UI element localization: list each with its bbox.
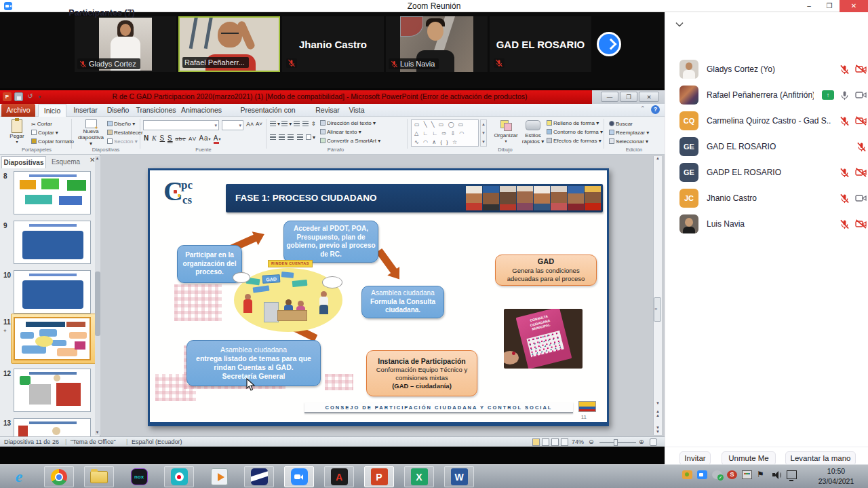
- align-icons[interactable]: ▾: [270, 134, 315, 140]
- collapse-ribbon-icon[interactable]: ⌃: [640, 105, 646, 112]
- zoom-out-icon[interactable]: ⊖: [589, 438, 594, 445]
- tray-screenrec-icon[interactable]: S: [727, 470, 737, 479]
- format-painter-button[interactable]: Copiar formato: [31, 138, 74, 145]
- tray-updates-icon[interactable]: ✓: [712, 470, 722, 479]
- font-style-buttons[interactable]: N K S S abc AV Aa▾ A▾: [144, 134, 222, 142]
- slide-scroll-thumb[interactable]: ≡: [654, 297, 661, 322]
- taskbar-acrobat-icon[interactable]: A: [324, 466, 354, 487]
- zoom-slider-thumb[interactable]: [614, 439, 618, 446]
- font-name-select[interactable]: ▾: [143, 120, 219, 130]
- scroll-down-icon[interactable]: ▼: [94, 430, 100, 434]
- ppt-restore-icon[interactable]: [620, 92, 637, 102]
- unmute-me-button[interactable]: Unmute Me: [722, 451, 776, 466]
- tab-diseno[interactable]: Diseño: [103, 104, 133, 117]
- shape-fill-button[interactable]: Relleno de forma ▾: [547, 120, 599, 126]
- ppt-minimize-icon[interactable]: [601, 92, 618, 102]
- replace-button[interactable]: Reemplazar ▾: [609, 130, 649, 136]
- tray-printer-icon[interactable]: [742, 470, 752, 479]
- paste-button[interactable]: Pegar▾: [5, 119, 28, 144]
- taskbar-file-explorer-icon[interactable]: [84, 466, 114, 487]
- thumbnail-slide-13[interactable]: 13: [0, 418, 95, 436]
- tray-network-icon[interactable]: [787, 470, 797, 479]
- video-tile-rafael[interactable]: Rafael Peñaherr...: [178, 16, 280, 72]
- video-tile-luis[interactable]: Luis Navia: [386, 16, 488, 72]
- shrink-font-icon[interactable]: A˅: [256, 121, 262, 127]
- ppt-close-icon[interactable]: [639, 92, 659, 102]
- thumbnails-scroll-thumb[interactable]: [95, 271, 100, 336]
- tab-transiciones[interactable]: Transiciones: [134, 104, 178, 117]
- grow-font-icon[interactable]: A˄: [246, 121, 254, 128]
- video-tile-gad-el-rosario[interactable]: GAD EL ROSARIO: [490, 16, 591, 72]
- taskbar-word-icon[interactable]: W: [444, 466, 474, 487]
- scroll-up-icon[interactable]: ▲: [94, 156, 100, 160]
- tab-inicio[interactable]: Inicio: [38, 104, 66, 117]
- view-reading-icon[interactable]: [551, 438, 559, 446]
- undo-icon[interactable]: [26, 92, 35, 101]
- video-tile-jhanio[interactable]: Jhanio Castro: [282, 16, 384, 72]
- taskbar-internet-explorer-icon[interactable]: e: [4, 466, 34, 487]
- tab-archivo[interactable]: Archivo: [1, 104, 35, 117]
- taskbar-powerpoint-icon[interactable]: P: [364, 466, 394, 487]
- tab-insertar[interactable]: Insertar: [69, 104, 102, 117]
- slide-layout-button[interactable]: Diseño ▾: [107, 121, 135, 127]
- taskbar-chrome-icon[interactable]: [44, 466, 74, 487]
- select-button[interactable]: Seleccionar ▾: [609, 138, 648, 145]
- shapes-gallery[interactable]: ▭ ╲ ╲ ▭ ◯ ▭△ ∟ ∟ ⇨ ⇩ ◠∿ ◠ ∧ { } ☆: [411, 119, 479, 147]
- zoom-slider[interactable]: [599, 442, 636, 443]
- bullets-icon[interactable]: ▾ ▾ ⇕: [270, 121, 316, 127]
- taskbar-excel-icon[interactable]: X: [404, 466, 434, 487]
- participant-row-host[interactable]: Rafael Peñaherrera (Anfitrión) ↑: [679, 86, 867, 105]
- participant-row[interactable]: JC Jhanio Castro: [679, 189, 867, 208]
- font-size-select[interactable]: ▾: [222, 120, 243, 130]
- taskbar-scanner-app-icon[interactable]: [244, 466, 274, 487]
- language-indicator[interactable]: Español (Ecuador): [132, 438, 182, 445]
- tray-speaker-icon[interactable]: [772, 470, 782, 479]
- participant-row[interactable]: GE GADP EL ROSARIO: [679, 163, 867, 182]
- taskbar-clock[interactable]: 10:50 23/04/2021: [806, 466, 867, 487]
- restore-icon[interactable]: [819, 0, 840, 12]
- tab-animaciones[interactable]: Animaciones: [179, 104, 224, 117]
- taskbar-zoom-icon[interactable]: [284, 466, 314, 487]
- chevron-down-icon[interactable]: [675, 22, 684, 27]
- close-icon[interactable]: [840, 0, 868, 12]
- find-button[interactable]: Buscar: [609, 121, 633, 127]
- fit-to-window-icon[interactable]: [650, 438, 657, 446]
- section-button[interactable]: Sección ▾: [107, 138, 138, 145]
- tray-camera-icon[interactable]: [682, 470, 692, 479]
- slide-canvas[interactable]: Cpccs FASE 1: PROCESO CIUDADANO Particip…: [148, 168, 609, 426]
- tab-diapositivas[interactable]: Diapositivas: [1, 156, 46, 168]
- new-slide-button[interactable]: Nuevadiapositiva ▾: [76, 119, 106, 147]
- help-icon[interactable]: ?: [651, 105, 660, 114]
- video-tile-gladys[interactable]: Gladys Cortez: [75, 16, 176, 72]
- invite-button[interactable]: Invitar: [679, 451, 711, 466]
- participant-row[interactable]: Gladys Cortez (Yo): [679, 60, 867, 79]
- raise-hand-button[interactable]: Levantar la mano: [785, 451, 856, 466]
- quickaccess-dropdown-icon[interactable]: [35, 92, 44, 101]
- taskbar-screen-recorder-icon[interactable]: [164, 466, 194, 487]
- slide-scrollbar[interactable]: ▲▼▲▲▼▼: [653, 156, 662, 435]
- shapes-scroll[interactable]: ▲▼▼: [480, 119, 487, 147]
- copy-button[interactable]: Copiar ▾: [31, 130, 58, 136]
- tab-esquema[interactable]: Esquema: [47, 156, 84, 168]
- zoom-in-icon[interactable]: ⊕: [639, 438, 644, 445]
- participant-row[interactable]: GE GAD EL ROSARIO: [679, 137, 867, 156]
- view-normal-icon[interactable]: [532, 438, 540, 446]
- tab-presentacion[interactable]: Presentación con diapositivas: [225, 104, 311, 117]
- participant-row[interactable]: Luis Navia: [679, 214, 867, 233]
- save-icon[interactable]: [14, 92, 23, 101]
- cut-button[interactable]: ✂Cortar: [31, 121, 52, 128]
- tab-vista[interactable]: Vista: [344, 104, 369, 117]
- tray-zoom-icon[interactable]: [697, 470, 707, 479]
- view-sorter-icon[interactable]: [542, 438, 549, 446]
- shape-outline-button[interactable]: Contorno de forma ▾: [547, 129, 603, 135]
- reset-slide-button[interactable]: Restablecer: [107, 130, 143, 136]
- smartart-button[interactable]: Convertir a SmartArt ▾: [320, 138, 380, 144]
- minimize-icon[interactable]: [799, 0, 819, 12]
- view-slideshow-icon[interactable]: [561, 438, 568, 446]
- next-participants-button[interactable]: [597, 32, 621, 56]
- tab-revisar[interactable]: Revisar: [312, 104, 343, 117]
- taskbar-nox-icon[interactable]: nox: [124, 466, 154, 487]
- participant-row[interactable]: CQ Carmelina Quiroz Castro - Gad S...: [679, 111, 867, 130]
- align-text-button[interactable]: Alinear texto ▾: [320, 129, 361, 135]
- tray-flag-icon[interactable]: ⚑: [757, 470, 767, 479]
